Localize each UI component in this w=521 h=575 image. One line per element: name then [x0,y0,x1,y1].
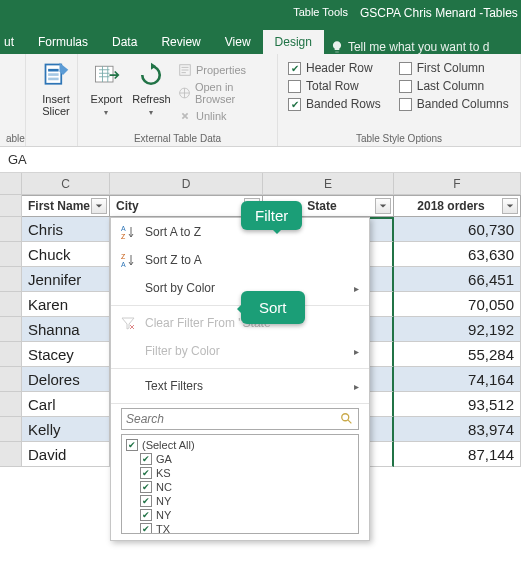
insert-slicer-button[interactable]: InsertSlicer [32,57,80,119]
svg-point-11 [342,414,349,421]
ribbon: able InsertSlicer Export▾ Refresh▾ [0,54,521,147]
cell-first-name[interactable]: Chuck [22,242,110,267]
lightbulb-icon [330,40,344,54]
filter-value-item[interactable]: ✔NY [126,508,354,522]
filter-value-item[interactable]: ✔GA [126,452,354,466]
filter-select-all[interactable]: ✔(Select All) [126,438,354,452]
tab-design[interactable]: Design [263,30,324,54]
cell-orders[interactable]: 60,730 [394,217,521,242]
clear-filter-icon [119,314,137,332]
svg-text:A: A [121,261,126,268]
filter-by-color: Filter by Color ▸ [111,337,369,365]
submenu-arrow-icon: ▸ [354,381,359,392]
cell-first-name[interactable]: Stacey [22,342,110,367]
document-title: GSCPA Chris Menard -Tables [356,0,521,28]
filter-dropdown-orders[interactable] [502,198,518,214]
cell-first-name[interactable]: Delores [22,367,110,392]
cell-orders[interactable]: 63,630 [394,242,521,267]
search-icon [340,412,354,426]
cell-orders[interactable]: 87,144 [394,442,521,467]
submenu-arrow-icon: ▸ [354,283,359,294]
filter-search-input[interactable] [126,412,340,426]
cell-first-name[interactable]: Kelly [22,417,110,442]
header-orders[interactable]: 2018 orders [394,195,521,217]
column-headers: C D E F [0,173,521,195]
tell-me-label: Tell me what you want to d [348,40,489,54]
header-first-name[interactable]: First Name [22,195,110,217]
first-column-checkbox[interactable]: First Column [399,59,509,77]
title-bar: Table Tools GSCPA Chris Menard -Tables [0,0,521,28]
cell-first-name[interactable]: Carl [22,392,110,417]
last-column-checkbox[interactable]: Last Column [399,77,509,95]
svg-text:Z: Z [121,233,126,240]
tab-data[interactable]: Data [100,30,149,54]
svg-text:Z: Z [121,253,126,260]
cell-first-name[interactable]: Karen [22,292,110,317]
unlink-button[interactable]: Unlink [178,107,271,125]
group-table-label: able [6,131,19,144]
tell-me-search[interactable]: Tell me what you want to d [324,40,495,54]
callout-filter: Filter [241,201,302,230]
text-filters[interactable]: Text Filters ▸ [111,372,369,400]
cell-orders[interactable]: 66,451 [394,267,521,292]
col-header-f[interactable]: F [394,173,521,194]
slicer-icon [40,59,72,91]
contextual-tab-label: Table Tools [0,0,356,28]
filter-dropdown-state[interactable] [375,198,391,214]
col-header-d[interactable]: D [110,173,263,194]
filter-search-box[interactable] [121,408,359,430]
unlink-icon [178,109,192,123]
sort-desc-icon: ZA [119,251,137,269]
total-row-checkbox[interactable]: Total Row [288,77,381,95]
properties-icon [178,63,192,77]
tab-review[interactable]: Review [149,30,212,54]
svg-rect-3 [48,78,59,81]
sort-asc-icon: AZ [119,223,137,241]
banded-rows-checkbox[interactable]: ✔Banded Rows [288,95,381,113]
filter-value-item[interactable]: ✔NC [126,480,354,494]
tab-formulas[interactable]: Formulas [26,30,100,54]
header-row-checkbox[interactable]: ✔Header Row [288,59,381,77]
cell-first-name[interactable]: Jennifer [22,267,110,292]
tab-layout[interactable]: ut [0,30,26,54]
filter-value-item[interactable]: ✔TX [126,522,354,534]
group-external-data-label: External Table Data [84,131,271,144]
ribbon-tabs: ut Formulas Data Review View Design Tell… [0,28,521,54]
sort-z-to-a[interactable]: ZA Sort Z to A [111,246,369,274]
tab-view[interactable]: View [213,30,263,54]
svg-rect-2 [48,73,59,76]
cell-orders[interactable]: 83,974 [394,417,521,442]
filter-dropdown-first-name[interactable] [91,198,107,214]
properties-button[interactable]: Properties [178,61,271,79]
cell-first-name[interactable]: Shanna [22,317,110,342]
svg-text:A: A [121,225,126,232]
filter-value-item[interactable]: ✔NY [126,494,354,508]
cell-first-name[interactable]: David [22,442,110,467]
open-in-browser-button[interactable]: Open in Browser [178,79,271,107]
sort-a-to-z[interactable]: AZ Sort A to Z [111,218,369,246]
cell-orders[interactable]: 93,512 [394,392,521,417]
col-header-e[interactable]: E [263,173,394,194]
filter-value-list[interactable]: ✔(Select All) ✔GA✔KS✔NC✔NY✔NY✔TX [121,434,359,534]
cell-orders[interactable]: 92,192 [394,317,521,342]
callout-sort: Sort [241,291,305,324]
filter-value-item[interactable]: ✔KS [126,466,354,480]
cell-orders[interactable]: 55,284 [394,342,521,367]
group-style-options-label: Table Style Options [284,131,514,144]
export-button[interactable]: Export▾ [84,57,129,125]
refresh-icon [135,59,167,91]
export-icon [90,59,122,91]
svg-rect-1 [48,69,59,72]
sort-by-color[interactable]: Sort by Color ▸ [111,274,369,302]
formula-bar[interactable]: GA [0,147,521,173]
submenu-arrow-icon: ▸ [354,346,359,357]
col-header-c[interactable]: C [22,173,110,194]
formula-bar-value: GA [8,152,27,167]
insert-slicer-label: InsertSlicer [42,93,70,117]
banded-columns-checkbox[interactable]: Banded Columns [399,95,509,113]
filter-menu: AZ Sort A to Z ZA Sort Z to A Sort by Co… [110,217,370,541]
refresh-button[interactable]: Refresh▾ [129,57,174,125]
cell-orders[interactable]: 74,164 [394,367,521,392]
cell-orders[interactable]: 70,050 [394,292,521,317]
cell-first-name[interactable]: Chris [22,217,110,242]
